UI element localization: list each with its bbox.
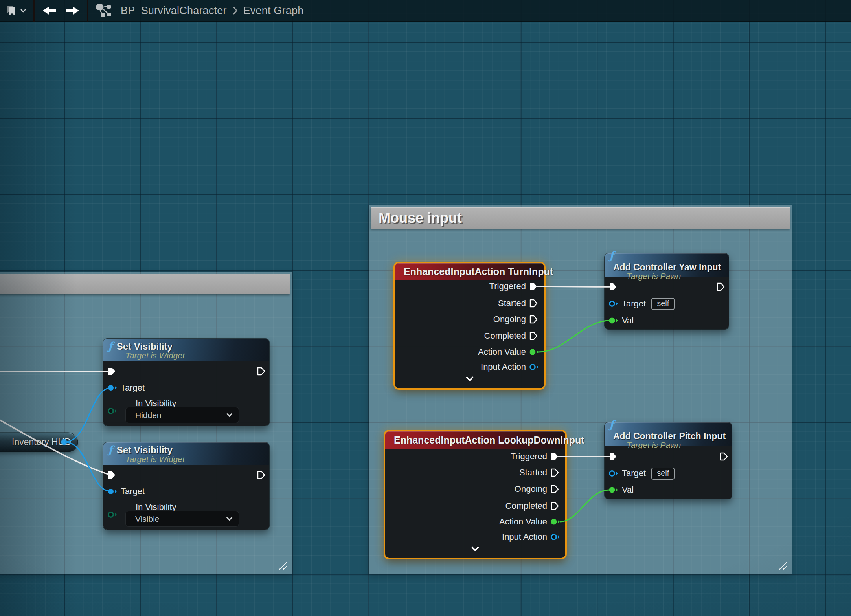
pin-label-target: Target bbox=[622, 299, 646, 309]
comment-header-left[interactable] bbox=[0, 274, 290, 294]
target-pin[interactable] bbox=[107, 488, 118, 495]
in-visibility-pin[interactable] bbox=[107, 407, 118, 415]
exec-in-pin[interactable] bbox=[608, 282, 617, 291]
node-header[interactable]: ƒ Set Visibility Target is Widget bbox=[103, 442, 269, 465]
node-inventory-hud-variable[interactable]: Inventory HUD bbox=[0, 433, 77, 451]
exec-out-pin[interactable] bbox=[716, 282, 725, 291]
chevron-down-icon bbox=[20, 9, 26, 13]
node-header[interactable]: ƒ Add Controller Yaw Input Target is Paw… bbox=[605, 253, 729, 277]
chevron-down-icon bbox=[226, 411, 233, 417]
breadcrumb-graph-name[interactable]: Event Graph bbox=[243, 5, 304, 17]
exec-out-pin-completed[interactable] bbox=[550, 502, 559, 510]
action-value-pin[interactable] bbox=[550, 518, 561, 526]
pin-label-val: Val bbox=[622, 315, 634, 326]
comment-header-mouse-input[interactable]: Mouse input bbox=[371, 207, 790, 229]
self-reference-box: self bbox=[651, 298, 675, 310]
exec-out-pin-completed[interactable] bbox=[529, 332, 538, 340]
pin-label-val: Val bbox=[622, 485, 634, 495]
toolbar-divider bbox=[87, 0, 88, 22]
target-pin[interactable] bbox=[608, 469, 619, 477]
bookmarks-button[interactable] bbox=[0, 0, 30, 22]
visibility-dropdown[interactable]: Visible bbox=[126, 511, 239, 526]
function-icon: ƒ bbox=[609, 419, 614, 430]
node-subtitle: Target is Pawn bbox=[627, 440, 727, 449]
val-pin[interactable] bbox=[608, 317, 619, 324]
comment-title-mouse-input: Mouse input bbox=[379, 210, 462, 226]
node-header[interactable]: EnhancedInputAction LookupDownInput bbox=[385, 431, 565, 449]
visibility-dropdown-value: Visible bbox=[135, 514, 227, 524]
forward-button[interactable] bbox=[61, 0, 84, 22]
target-pin[interactable] bbox=[608, 300, 619, 308]
exec-out-pin-started[interactable] bbox=[529, 299, 538, 308]
pin-label: Started bbox=[519, 468, 547, 478]
input-action-pin[interactable] bbox=[550, 533, 561, 541]
node-set-visibility-visible[interactable]: ƒ Set Visibility Target is Widget Target… bbox=[103, 442, 269, 530]
pin-label: Input Action bbox=[481, 362, 526, 372]
node-header[interactable]: ƒ Set Visibility Target is Widget bbox=[103, 339, 269, 361]
breadcrumb-chevron-icon bbox=[232, 6, 238, 15]
visibility-dropdown[interactable]: Hidden bbox=[126, 407, 239, 423]
function-icon: ƒ bbox=[108, 444, 113, 455]
node-subtitle: Target is Widget bbox=[125, 351, 265, 360]
blueprint-event-graph-canvas[interactable]: Mouse input ƒ Set Visibility Target is W… bbox=[0, 0, 851, 616]
toolbar-divider bbox=[33, 0, 35, 22]
node-header[interactable]: ƒ Add Controller Pitch Input Target is P… bbox=[605, 422, 732, 446]
exec-out-pin-ongoing[interactable] bbox=[550, 485, 559, 493]
function-icon: ƒ bbox=[609, 250, 614, 261]
pin-label: Action Value bbox=[478, 347, 526, 357]
pin-label: Started bbox=[498, 298, 526, 308]
pin-label: Ongoing bbox=[493, 314, 526, 324]
node-title: EnhancedInputAction LookupDownInput bbox=[394, 434, 584, 446]
node-title: Set Visibility bbox=[117, 341, 173, 352]
collapse-chevron-icon[interactable] bbox=[470, 546, 480, 554]
node-header[interactable]: EnhancedInputAction TurnInput bbox=[395, 263, 544, 280]
graph-button[interactable] bbox=[92, 0, 117, 22]
exec-in-pin[interactable] bbox=[608, 452, 617, 461]
node-enhanced-input-action-turn-input[interactable]: EnhancedInputAction TurnInput Triggered … bbox=[395, 263, 544, 388]
exec-out-pin[interactable] bbox=[257, 367, 265, 376]
pin-label-target: Target bbox=[121, 383, 145, 393]
bookmark-icon bbox=[6, 5, 17, 16]
chevron-down-icon bbox=[226, 515, 233, 521]
node-title: Add Controller Pitch Input bbox=[613, 431, 726, 441]
back-button[interactable] bbox=[38, 0, 61, 22]
pin-label: Triggered bbox=[489, 281, 526, 292]
val-pin[interactable] bbox=[608, 486, 619, 494]
in-visibility-pin[interactable] bbox=[107, 511, 118, 519]
action-value-pin[interactable] bbox=[529, 348, 539, 356]
exec-out-pin-triggered[interactable] bbox=[550, 452, 559, 461]
graph-toolbar: BP_SurvivalCharacter Event Graph bbox=[0, 0, 851, 22]
variable-output-pin[interactable] bbox=[61, 438, 71, 446]
node-title: EnhancedInputAction TurnInput bbox=[404, 266, 553, 277]
arrow-left-icon bbox=[42, 5, 57, 16]
comment-resize-grip[interactable] bbox=[778, 561, 787, 570]
target-pin[interactable] bbox=[107, 384, 118, 392]
node-set-visibility-hidden[interactable]: ƒ Set Visibility Target is Widget Target… bbox=[103, 339, 269, 426]
node-title: Add Controller Yaw Input bbox=[613, 262, 721, 272]
exec-out-pin[interactable] bbox=[257, 471, 265, 479]
exec-out-pin-ongoing[interactable] bbox=[529, 315, 538, 324]
node-subtitle: Target is Widget bbox=[125, 455, 265, 464]
node-add-controller-yaw-input[interactable]: ƒ Add Controller Yaw Input Target is Paw… bbox=[605, 253, 729, 329]
exec-out-pin-triggered[interactable] bbox=[529, 282, 538, 291]
node-add-controller-pitch-input[interactable]: ƒ Add Controller Pitch Input Target is P… bbox=[605, 422, 732, 499]
comment-resize-grip[interactable] bbox=[278, 561, 287, 570]
exec-in-pin[interactable] bbox=[107, 471, 116, 479]
collapse-chevron-icon[interactable] bbox=[465, 376, 475, 383]
input-action-pin[interactable] bbox=[529, 363, 539, 371]
pin-label: Ongoing bbox=[515, 484, 547, 494]
pin-label: Triggered bbox=[511, 451, 547, 462]
breadcrumb-blueprint-name[interactable]: BP_SurvivalCharacter bbox=[121, 5, 227, 17]
node-enhanced-input-action-lookupdown-input[interactable]: EnhancedInputAction LookupDownInput Trig… bbox=[385, 431, 565, 558]
pin-label: Input Action bbox=[502, 532, 547, 542]
exec-in-pin[interactable] bbox=[107, 367, 116, 376]
visibility-dropdown-value: Hidden bbox=[135, 411, 227, 420]
self-reference-box: self bbox=[651, 468, 675, 480]
function-icon: ƒ bbox=[108, 341, 113, 351]
exec-out-pin[interactable] bbox=[719, 452, 728, 461]
exec-out-pin-started[interactable] bbox=[550, 468, 559, 477]
node-title: Set Visibility bbox=[117, 445, 173, 455]
graph-icon bbox=[96, 4, 113, 18]
pin-label: Completed bbox=[505, 501, 547, 511]
pin-label-target: Target bbox=[622, 468, 646, 478]
